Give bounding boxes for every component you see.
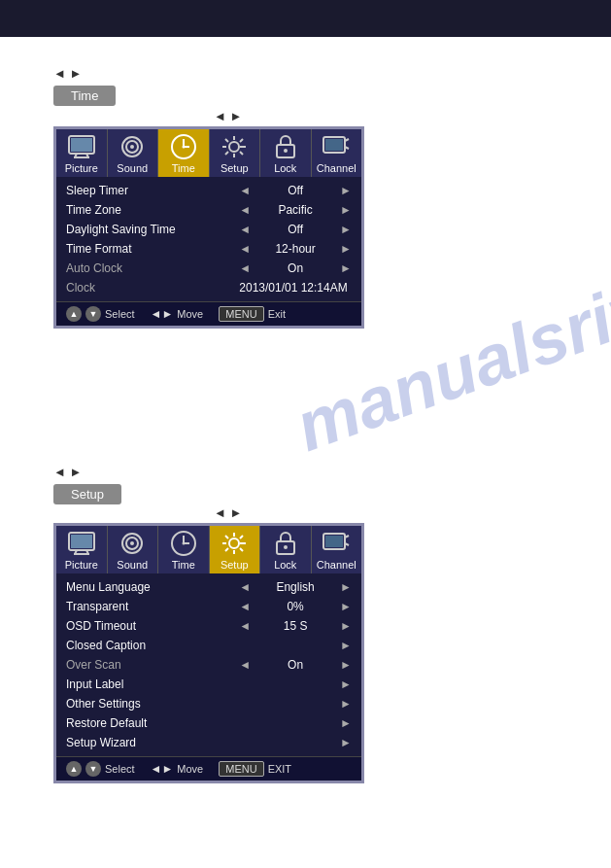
time-icon-channel-label: Channel [317, 162, 356, 174]
setup-menu-icons-row: Picture Sound Tim [56, 526, 361, 573]
time-row-clock: Clock 2013/01/01 12:14AM [56, 278, 361, 297]
svg-line-45 [240, 548, 243, 551]
svg-rect-26 [325, 139, 343, 151]
time-format-value: 12-hour [256, 242, 334, 256]
closed-caption-arrow-right: ► [340, 639, 352, 652]
setup-icon-time[interactable]: Time [158, 526, 210, 573]
section1-nav-arrows: ◄ ► [53, 66, 82, 81]
lock-icon-1 [270, 133, 301, 160]
time-row-autoclock[interactable]: Auto Clock ◄ On ► [56, 259, 361, 278]
time-icon-setup[interactable]: Setup [210, 129, 261, 177]
timezone-arrow-right: ► [340, 203, 352, 217]
menu-button-setup[interactable]: MENU [219, 761, 263, 777]
language-label: Menu Language [66, 580, 239, 594]
timezone-value: Pacific [256, 203, 334, 217]
language-arrow-right: ► [340, 580, 352, 594]
time-icon-sound[interactable]: Sound [108, 129, 159, 177]
picture-icon-2 [66, 530, 97, 557]
select-label: Select [105, 308, 135, 320]
sleep-timer-arrow-left: ◄ [239, 184, 251, 197]
exit-label-setup: EXIT [268, 763, 291, 775]
time-row-format[interactable]: Time Format ◄ 12-hour ► [56, 239, 361, 259]
time-row-daylight[interactable]: Daylight Saving Time ◄ Off ► [56, 220, 361, 239]
time-icon-picture[interactable]: Picture [56, 129, 108, 177]
time-move-hint: ◄► Move [151, 307, 204, 321]
setup-move-hint: ◄► Move [151, 762, 204, 776]
osd-arrow-right: ► [340, 619, 352, 633]
overscan-arrow-right: ► [340, 658, 352, 672]
input-label-label: Input Label [66, 677, 256, 691]
osd-arrow-left: ◄ [239, 619, 251, 633]
time-format-arrow-left: ◄ [239, 242, 251, 256]
daylight-value: Off [256, 223, 334, 236]
clock-value: 2013/01/01 12:14AM [235, 281, 352, 295]
svg-line-44 [225, 536, 228, 538]
autoclock-value: On [256, 261, 334, 275]
timezone-label: Time Zone [66, 203, 239, 217]
svg-line-20 [225, 152, 228, 155]
setup-select-up-icon: ▲ [66, 761, 82, 777]
section1-label: Time [53, 86, 116, 106]
setup-icon-lock[interactable]: Lock [260, 526, 312, 573]
setup-menu-box: Picture Sound Tim [53, 523, 364, 783]
picture-icon [66, 133, 97, 160]
svg-point-12 [229, 142, 239, 152]
setup-menu-rows: Menu Language ◄ English ► Transparent ◄ … [56, 573, 361, 756]
setup-menu-bottom-bar: ▲ ▼ Select ◄► Move MENU EXIT [56, 756, 361, 781]
time-format-arrow-right: ► [340, 242, 352, 256]
exit-label-time: Exit [268, 308, 286, 320]
time-menu-bottom-bar: ▲ ▼ Select ◄► Move MENU Exit [56, 301, 361, 326]
setup-row-transparent[interactable]: Transparent ◄ 0% ► [56, 597, 361, 616]
svg-point-34 [130, 541, 134, 545]
restore-arrow-right: ► [340, 716, 352, 730]
sound-icon-2 [117, 530, 148, 557]
select-up-icon: ▲ [66, 306, 82, 322]
menu-button-time[interactable]: MENU [219, 306, 263, 322]
setup-row-osd[interactable]: OSD Timeout ◄ 15 S ► [56, 616, 361, 636]
clock-icon [168, 133, 199, 160]
svg-point-7 [130, 145, 134, 149]
time-menu-box: Picture Sound Tim [53, 126, 364, 329]
setup-row-wizard[interactable]: Setup Wizard ► [56, 733, 361, 752]
setup-row-closed-caption[interactable]: Closed Caption ► [56, 636, 361, 655]
autoclock-arrow-right: ► [340, 261, 352, 275]
svg-point-39 [229, 538, 239, 548]
top-bar [0, 0, 611, 37]
setup-row-input-label[interactable]: Input Label ► [56, 675, 361, 694]
setup-icon-sound[interactable]: Sound [108, 526, 159, 573]
setup-icon-channel[interactable]: Channel [312, 526, 362, 573]
time-icon-lock-label: Lock [274, 162, 296, 174]
other-settings-label: Other Settings [66, 697, 256, 711]
channel-icon-2 [321, 530, 352, 557]
setup-row-overscan[interactable]: Over Scan ◄ On ► [56, 655, 361, 675]
lock-icon-2 [270, 530, 301, 557]
setup-icon-setup[interactable]: Setup [210, 526, 261, 573]
svg-line-47 [225, 548, 228, 551]
time-icon-lock[interactable]: Lock [260, 129, 312, 177]
setup-icon-picture[interactable]: Picture [56, 526, 108, 573]
svg-rect-53 [325, 536, 343, 547]
svg-point-11 [182, 146, 185, 149]
time-icon-time[interactable]: Time [158, 129, 210, 177]
setup-icon-picture-label: Picture [65, 559, 98, 571]
setup-row-other[interactable]: Other Settings ► [56, 694, 361, 713]
setup-row-language[interactable]: Menu Language ◄ English ► [56, 577, 361, 597]
time-row-sleep-timer[interactable]: Sleep Timer ◄ Off ► [56, 181, 361, 200]
setup-move-label: Move [177, 763, 203, 775]
time-icon-sound-label: Sound [117, 162, 148, 174]
language-arrow-left: ◄ [239, 580, 251, 594]
timezone-arrow-left: ◄ [239, 203, 251, 217]
time-row-timezone[interactable]: Time Zone ◄ Pacific ► [56, 200, 361, 220]
clock-label: Clock [66, 281, 235, 295]
section2-label: Setup [53, 484, 121, 504]
svg-point-22 [284, 149, 288, 153]
time-icon-channel[interactable]: Channel [312, 129, 362, 177]
setup-icon-time-label: Time [172, 559, 195, 571]
sound-icon [117, 133, 148, 160]
svg-line-46 [240, 536, 243, 538]
sleep-timer-value: Off [256, 184, 334, 197]
svg-line-19 [240, 139, 243, 142]
setup-row-restore[interactable]: Restore Default ► [56, 713, 361, 733]
setup-move-arrows-icon: ◄► [151, 762, 174, 776]
overscan-arrow-left: ◄ [239, 658, 251, 672]
